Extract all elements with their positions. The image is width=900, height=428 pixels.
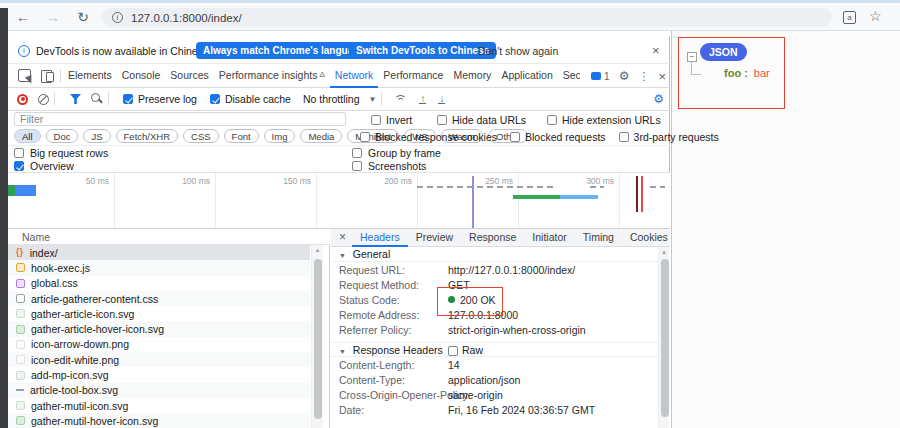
- details-tab[interactable]: Cookies: [622, 229, 676, 247]
- type-pill[interactable]: Media: [300, 129, 342, 143]
- devtools-tab[interactable]: Security: [558, 64, 580, 88]
- type-pill[interactable]: Doc: [46, 129, 79, 143]
- filter-checkbox[interactable]: [619, 132, 629, 142]
- site-info-icon[interactable]: i: [112, 12, 123, 23]
- address-bar[interactable]: i 127.0.0.1:8000/index/: [102, 8, 832, 27]
- preserve-log-checkbox[interactable]: [123, 94, 133, 104]
- filter-label: Blocked response cookies: [375, 131, 497, 143]
- reload-icon[interactable]: ↻: [74, 7, 92, 27]
- request-row[interactable]: gather-mutil-icon.svg: [8, 398, 310, 413]
- network-overview-timeline[interactable]: 50 ms100 ms150 ms200 ms250 ms300 ms: [8, 172, 670, 229]
- scroll-up-icon[interactable]: ▲: [659, 249, 669, 255]
- type-pill[interactable]: Fetch/XHR: [116, 129, 178, 143]
- section-title: Response Headers: [353, 344, 443, 356]
- devtools-tab[interactable]: Elements: [63, 64, 117, 88]
- header-key: Status Code:: [339, 294, 448, 306]
- response-headers-section-header[interactable]: ▼ Response Headers Raw: [331, 342, 670, 357]
- notification-close-icon[interactable]: ×: [652, 43, 660, 59]
- request-row[interactable]: index/: [8, 245, 310, 260]
- import-har-icon[interactable]: ↑: [419, 94, 426, 104]
- details-scrollbar[interactable]: ▲: [658, 247, 669, 428]
- network-conditions-icon[interactable]: [393, 94, 407, 104]
- devtools-tab[interactable]: Performance insights Δ: [214, 64, 330, 88]
- devtools-tab[interactable]: Network: [330, 64, 379, 88]
- big-request-rows-checkbox[interactable]: [14, 148, 24, 158]
- request-row[interactable]: add-mp-icon.svg: [8, 367, 310, 382]
- request-dashes: [590, 186, 604, 188]
- json-root-badge[interactable]: JSON: [700, 43, 747, 61]
- request-row[interactable]: hook-exec.js: [8, 260, 310, 275]
- raw-checkbox[interactable]: [448, 346, 458, 356]
- filter-checkbox[interactable]: [360, 132, 370, 142]
- type-pill[interactable]: Font: [224, 129, 259, 143]
- type-pill[interactable]: Img: [264, 129, 296, 143]
- request-row[interactable]: icon-edit-white.png: [8, 352, 310, 367]
- switch-chinese-button[interactable]: Switch DevTools to Chinese: [349, 42, 496, 59]
- request-row[interactable]: gather-article-icon.svg: [8, 306, 310, 321]
- bookmark-star-icon[interactable]: ☆: [869, 8, 882, 24]
- devtools-tab[interactable]: Sources: [165, 64, 214, 88]
- disclosure-triangle-icon: ▼: [339, 252, 346, 259]
- translate-icon[interactable]: a: [843, 11, 856, 24]
- devtools-close-icon[interactable]: ×: [658, 70, 666, 83]
- hide-data-urls-checkbox[interactable]: [437, 115, 447, 125]
- general-section-header[interactable]: ▼ General: [331, 247, 670, 262]
- group-by-frame-checkbox[interactable]: [352, 148, 362, 158]
- name-column-header[interactable]: Name: [8, 229, 330, 245]
- request-row[interactable]: icon-arrow-down.png: [8, 337, 310, 352]
- request-name: gather-mutil-hover-icon.svg: [31, 415, 158, 427]
- export-har-icon[interactable]: ↓: [438, 94, 445, 104]
- tick-label: 300 ms: [558, 176, 614, 186]
- devtools-tab[interactable]: Console: [117, 64, 166, 88]
- more-options-icon[interactable]: ⋮: [638, 70, 649, 83]
- devtools-tab[interactable]: Memory: [448, 64, 496, 88]
- issues-badge[interactable]: 1: [591, 71, 610, 82]
- settings-gear-icon[interactable]: ⚙: [619, 70, 630, 82]
- devtools-tab[interactable]: Application: [496, 64, 557, 88]
- match-language-button[interactable]: Always match Chrome's language: [196, 42, 372, 59]
- disable-cache-checkbox[interactable]: [210, 94, 220, 104]
- hide-extension-urls-checkbox[interactable]: [547, 115, 557, 125]
- collapse-toggle-icon[interactable]: −: [687, 52, 697, 62]
- divider: [108, 92, 109, 106]
- details-tab[interactable]: Initiator: [524, 229, 574, 247]
- details-tab[interactable]: Timing: [575, 229, 622, 247]
- filter-checkbox[interactable]: [510, 132, 520, 142]
- request-row[interactable]: global.css: [8, 276, 310, 291]
- type-pill[interactable]: CSS: [183, 129, 219, 143]
- scrollbar-thumb[interactable]: [661, 259, 669, 417]
- request-row[interactable]: gather-article-hover-icon.svg: [8, 321, 310, 336]
- type-pill[interactable]: JS: [83, 129, 110, 143]
- overview-checkbox[interactable]: [14, 161, 24, 171]
- file-type-icon: [16, 325, 25, 334]
- record-icon[interactable]: [17, 94, 28, 105]
- file-type-icon: [16, 279, 25, 288]
- back-icon[interactable]: ←: [14, 7, 32, 27]
- network-toolbar: Preserve log Disable cache No throttling…: [8, 88, 670, 111]
- clear-icon[interactable]: [38, 94, 49, 105]
- devtools-tab[interactable]: Performance: [378, 64, 448, 88]
- details-close-icon[interactable]: ×: [339, 231, 346, 244]
- details-tab[interactable]: Headers: [352, 229, 408, 247]
- inspect-element-icon[interactable]: [18, 69, 31, 82]
- filter-icon[interactable]: [70, 94, 81, 104]
- request-row[interactable]: gather-mutil-hover-icon.svg: [8, 413, 310, 428]
- type-pill[interactable]: All: [14, 129, 41, 143]
- dont-show-again-button[interactable]: Don't show again: [478, 38, 558, 64]
- invert-checkbox[interactable]: [371, 115, 381, 125]
- device-toolbar-icon[interactable]: [41, 69, 54, 82]
- details-tab[interactable]: Preview: [408, 229, 461, 247]
- filter-input[interactable]: Filter: [14, 112, 346, 126]
- details-tab[interactable]: Response: [461, 229, 524, 247]
- screenshots-checkbox[interactable]: [352, 161, 362, 171]
- request-row[interactable]: article-gatherer-content.css: [8, 291, 310, 306]
- network-settings-gear-icon[interactable]: ⚙: [653, 93, 664, 105]
- scrollbar-thumb[interactable]: [314, 259, 322, 419]
- request-list-scrollbar[interactable]: ▲: [311, 245, 323, 428]
- search-icon[interactable]: [91, 93, 103, 105]
- scroll-up-icon[interactable]: ▲: [312, 247, 323, 253]
- json-key: foo :: [724, 67, 748, 79]
- throttling-dropdown[interactable]: No throttling ▼: [303, 93, 377, 105]
- forward-icon[interactable]: →: [44, 7, 62, 27]
- request-row[interactable]: article-tool-box.svg: [8, 383, 310, 398]
